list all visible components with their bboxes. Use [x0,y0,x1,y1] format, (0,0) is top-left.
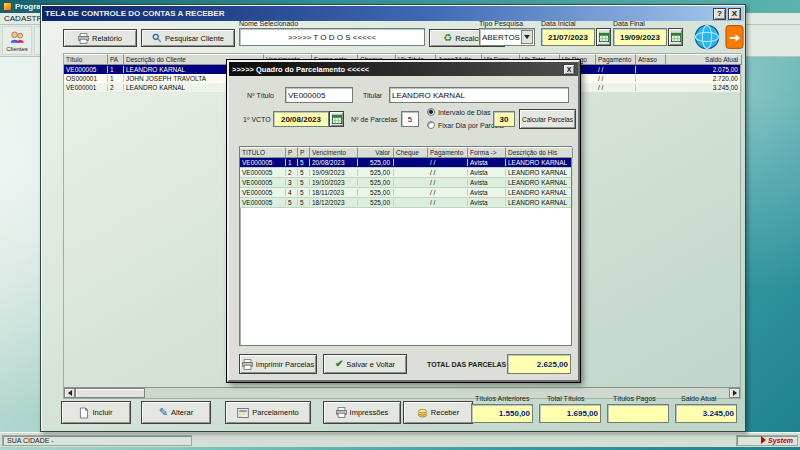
cell-saldo: 2.720,00 [666,75,742,82]
column-header[interactable]: Título [64,54,108,65]
dialog-titlebar[interactable]: >>>>> Quadro do Parcelamento <<<<< X [229,62,578,76]
saldo-atual-label: Saldo Atual [681,395,716,402]
impressoes-button[interactable]: Impressões [323,401,401,424]
chevron-down-icon[interactable] [521,30,533,44]
data-inicial-label: Data Inicial [541,20,576,27]
column-header[interactable]: P [298,147,310,158]
cell-vencimento: 18/11/2023 [310,189,358,196]
cell-titulo: OS000001 [64,75,108,82]
cell-descricao: LEANDRO KARNAL [506,189,573,196]
cell-pa: 1 [108,75,124,82]
column-header[interactable]: Cheque [394,147,428,158]
cell-valor: 525,00 [358,169,394,176]
cell-descricao: LEANDRO KARNAL [506,199,573,206]
calcular-parcelas-button[interactable]: Calcular Parcelas [519,109,576,129]
cell-saldo: 3.245,00 [666,84,742,91]
tipo-pesquisa-value: ABERTOS [482,33,520,42]
cell-p1: 2 [286,169,298,176]
cell-p1: 1 [286,159,298,166]
recycle-icon: ♻ [443,33,452,43]
total-parcelas-value: 2.625,00 [507,354,571,374]
cell-forma: Avista [468,159,506,166]
imprimir-parcelas-button[interactable]: Imprimir Parcelas [239,354,317,374]
cell-descricao: LEANDRO KARNAL [506,179,573,186]
cell-forma: Avista [468,179,506,186]
num-titulo-input[interactable]: VE000005 [285,87,353,103]
cell-p2: 5 [298,159,310,166]
table-row[interactable]: VE0000054518/11/2023525,00/ /AvistaLEAND… [240,188,571,198]
titular-label: Titular [363,92,382,99]
pencil-icon: ✎ [159,407,168,418]
table-row[interactable]: VE0000051520/08/2023525,00/ /AvistaLEAND… [240,158,571,168]
titular-input[interactable]: LEANDRO KARNAL [389,87,569,103]
column-header[interactable]: Vencimento [310,147,358,158]
data-inicial-input[interactable]: 21/07/2023 [541,28,595,46]
radio-intervalo-dias-label: Intervalo de Dias [438,109,491,116]
calendar-icon-vcto[interactable] [329,111,344,127]
table-row[interactable]: VE0000055518/12/2023525,00/ /AvistaLEAND… [240,198,571,208]
calendar-icon-data-final[interactable] [668,28,683,46]
alterar-label: Alterar [171,408,193,417]
radio-unselected-icon [427,121,435,129]
app-statusbar: SUA CIDADE - System [0,432,800,447]
num-parcelas-input[interactable]: 5 [401,111,419,127]
num-titulo-label: Nº Título [247,92,274,99]
cell-pagamento: / / [428,199,468,206]
cell-pagamento: / / [428,169,468,176]
relatorio-button[interactable]: Relatório [63,29,137,47]
cell-valor: 525,00 [358,159,394,166]
pesquisar-cliente-button[interactable]: Pesquisar Cliente [141,29,235,47]
column-header[interactable]: Valor [358,147,394,158]
help-button[interactable]: ? [713,8,726,20]
cell-vencimento: 20/08/2023 [310,159,358,166]
calendar-icon-data-inicial[interactable] [596,28,611,46]
incluir-button[interactable]: Incluir [61,401,131,424]
column-header[interactable]: Atraso [636,54,666,65]
parcelamento-label: Parcelamento [252,408,298,417]
relatorio-label: Relatório [92,34,122,43]
document-icon [79,407,89,419]
salvar-voltar-button[interactable]: ✔ Salvar e Voltar [323,354,407,374]
cell-pagamento: / / [596,75,636,82]
receber-button[interactable]: Receber [403,401,473,424]
printer-icon [336,407,347,418]
cell-pagamento: / / [428,159,468,166]
pesquisar-cliente-label: Pesquisar Cliente [165,34,224,43]
scroll-left-icon[interactable] [64,388,75,398]
column-header[interactable]: Pagamento [428,147,468,158]
column-header[interactable]: Descrição do His [506,147,573,158]
scrollbar-thumb[interactable] [75,388,145,398]
parcelas-table-header: TITULOPPVencimentoValorChequePagamentoFo… [240,147,571,158]
cell-titulo: VE000001 [64,84,108,91]
table-row[interactable]: VE0000052519/09/2023525,00/ /AvistaLEAND… [240,168,571,178]
cell-forma: Avista [468,199,506,206]
exit-door-icon-button[interactable] [725,22,744,52]
alterar-button[interactable]: ✎ Alterar [141,401,211,424]
column-header[interactable]: TITULO [240,147,286,158]
column-header[interactable]: PA [108,54,124,65]
radio-intervalo-dias[interactable]: Intervalo de Dias [427,108,491,116]
dialog-close-button[interactable]: X [563,64,575,75]
globe-icon-button[interactable] [693,23,721,51]
cell-p2: 5 [298,199,310,206]
clients-people-icon [9,30,25,46]
data-final-input[interactable]: 19/09/2023 [613,28,667,46]
parcelamento-button[interactable]: Parcelamento [225,401,311,424]
toolbar-clientes-button[interactable]: Clientes [2,26,32,55]
table-row[interactable]: VE0000053519/10/2023525,00/ /AvistaLEAND… [240,178,571,188]
cell-forma: Avista [468,189,506,196]
cell-titulo: VE000005 [240,199,286,206]
vcto-input[interactable]: 20/08/2023 [273,111,329,127]
scroll-right-icon[interactable] [729,388,740,398]
column-header[interactable]: Forma -> [468,147,506,158]
nome-selecionado-input[interactable]: >>>>> T O D O S <<<<< [239,28,425,46]
window-titlebar[interactable]: TELA DE CONTROLE DO CONTAS A RECEBER ? X [42,6,744,21]
close-button[interactable]: X [728,8,741,20]
column-header[interactable]: P [286,147,298,158]
intervalo-dias-input[interactable]: 30 [493,111,515,127]
window-title: TELA DE CONTROLE DO CONTAS A RECEBER [45,9,711,18]
column-header[interactable]: Saldo Atual [666,54,742,65]
column-header[interactable]: Pagamento [596,54,636,65]
tipo-pesquisa-select[interactable]: ABERTOS [479,28,535,46]
printer-icon [78,33,89,44]
